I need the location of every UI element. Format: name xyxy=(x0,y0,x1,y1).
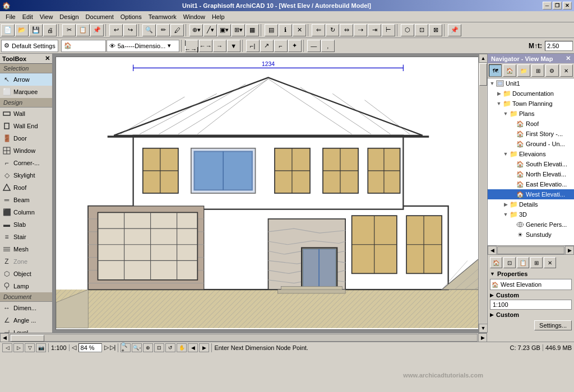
tool-dimension[interactable]: ↔ Dimen... xyxy=(0,302,52,314)
custom2-expand[interactable]: ▶ xyxy=(490,312,494,318)
menu-edit[interactable]: Edit xyxy=(19,12,36,21)
toolbox-close[interactable]: ✕ xyxy=(45,55,50,62)
prop-btn3[interactable]: 📋 xyxy=(517,257,529,268)
nav-map-btn[interactable]: 🗺 xyxy=(489,64,502,77)
dimension-dropdown[interactable]: 👁 5a-----Dimensio... ▾ xyxy=(107,40,179,52)
elev-btn3[interactable]: ⌐ xyxy=(274,40,288,52)
prop-btn5[interactable]: ✕ xyxy=(544,257,556,268)
tree-west-elev[interactable]: 🏠 West Elevati... xyxy=(488,189,574,199)
layers-btn[interactable]: ▤ xyxy=(265,24,278,36)
story-list-btn[interactable]: ▽ xyxy=(25,343,35,352)
pan-btn[interactable]: ✋ xyxy=(177,343,187,352)
ruler-btn1[interactable]: |←→| xyxy=(185,40,198,52)
tree-elevations[interactable]: ▼ 📁 Elevaions xyxy=(488,149,574,159)
nav-scroll-track[interactable] xyxy=(497,246,564,254)
nav-grid-btn[interactable]: ⊞ xyxy=(531,64,544,77)
tool-marquee[interactable]: ⬜ Marquee xyxy=(0,86,52,98)
tree-documentation[interactable]: ▶ 📁 Documentation xyxy=(488,88,574,99)
mag-input[interactable] xyxy=(545,41,573,51)
save-btn[interactable]: 💾 xyxy=(29,24,43,36)
delete-btn[interactable]: ✕ xyxy=(293,24,306,36)
nav-house-btn[interactable]: 🏠 xyxy=(503,64,516,77)
ruler-btn3[interactable]: → xyxy=(213,40,226,52)
menu-view[interactable]: View xyxy=(36,12,57,21)
tool-column[interactable]: ⬛ Column xyxy=(0,206,52,218)
zoom-end-btn[interactable]: ▷| xyxy=(110,344,116,351)
tree-plans[interactable]: ▼ 📁 Plans xyxy=(488,109,574,119)
drawing-area[interactable]: 1234 ▲ ▼ xyxy=(53,54,487,333)
tree-first-story[interactable]: 🏠 First Story -... xyxy=(488,129,574,139)
zoom-next-btn[interactable]: ▷ xyxy=(104,344,109,351)
scroll-thumb-v[interactable] xyxy=(479,63,487,86)
nav-settings-btn[interactable]: ⚙ xyxy=(545,64,558,77)
menu-teamwork[interactable]: Teamwork xyxy=(145,12,180,21)
tool-stair[interactable]: ≡ Stair xyxy=(0,231,52,243)
zoom-input[interactable] xyxy=(78,343,102,352)
menu-help[interactable]: Help xyxy=(209,12,228,21)
misc-btn1[interactable]: — xyxy=(307,40,321,52)
zoom-prev-btn[interactable]: ◁ xyxy=(72,344,76,351)
view3-btn[interactable]: ⊠ xyxy=(429,24,442,36)
view-icon-btn[interactable]: 🏠 xyxy=(61,40,106,52)
tool-object[interactable]: ⬡ Object xyxy=(0,268,52,280)
snap-btn[interactable]: ⊕▾ xyxy=(189,24,203,36)
horizontal-scrollbar[interactable]: ◀ ▶ xyxy=(0,333,487,342)
elev-btn2[interactable]: ↗ xyxy=(260,40,274,52)
nav-folder-btn[interactable]: 📁 xyxy=(517,64,530,77)
tree-unit1[interactable]: ▼ Unit1 xyxy=(488,78,574,88)
prop-btn4[interactable]: ⊞ xyxy=(530,257,543,268)
copy-btn[interactable]: 📋 xyxy=(76,24,90,36)
tool-level[interactable]: ⊣ Level ... xyxy=(0,326,52,333)
rotate-btn[interactable]: ↻ xyxy=(326,24,339,36)
story-prev-btn[interactable]: ◁ xyxy=(2,343,12,352)
menu-document[interactable]: Document xyxy=(82,12,117,21)
prop-btn2[interactable]: ⊡ xyxy=(503,257,516,268)
default-settings-dropdown[interactable]: ⚙ Default Settings xyxy=(1,40,58,52)
zoom-fit-btn[interactable]: ⊡ xyxy=(154,343,164,352)
restore-button[interactable]: ❐ xyxy=(553,2,562,10)
close-button[interactable]: ✕ xyxy=(563,2,572,10)
menu-window[interactable]: Window xyxy=(180,12,209,21)
line-btn[interactable]: ╱▾ xyxy=(203,24,217,36)
tree-generic[interactable]: Generic Pers... xyxy=(488,220,574,230)
tree-north-elev[interactable]: 🏠 North Elevati... xyxy=(488,169,574,179)
vertical-scrollbar[interactable]: ▲ ▼ xyxy=(478,54,487,333)
tree-town-planning[interactable]: ▼ 📁 Town Planning xyxy=(488,99,574,109)
zoom-area-btn[interactable]: ⊕ xyxy=(143,343,153,352)
pen-btn[interactable]: 🖊 xyxy=(170,24,184,36)
nav-scroll-right[interactable]: ▶ xyxy=(565,246,574,255)
cut-btn[interactable]: ✂ xyxy=(62,24,76,36)
tree-south-elev[interactable]: 🏠 South Elevati... xyxy=(488,159,574,169)
paste-btn[interactable]: 📌 xyxy=(90,24,104,36)
scroll-up-btn[interactable]: ▲ xyxy=(479,54,487,63)
scroll-track-v[interactable] xyxy=(479,63,487,323)
tool-window[interactable]: Window xyxy=(0,144,52,157)
tool-slab[interactable]: ▬ Slab xyxy=(0,218,52,231)
view1-btn[interactable]: ⬡ xyxy=(401,24,414,36)
nav-scroll-left[interactable]: ◀ xyxy=(488,246,497,255)
tree-east-elev[interactable]: 🏠 East Elevatio... xyxy=(488,179,574,189)
nav-horizontal-scrollbar[interactable]: ◀ ▶ xyxy=(488,245,574,254)
custom1-expand[interactable]: ▶ xyxy=(490,292,494,298)
scroll-down-btn[interactable]: ▼ xyxy=(479,324,487,333)
tool-wall-end[interactable]: Wall End xyxy=(0,120,52,132)
move-btn[interactable]: ⊞▾ xyxy=(232,24,245,36)
tree-ground[interactable]: 🏠 Ground - Un... xyxy=(488,139,574,149)
camera-btn[interactable]: 📷 xyxy=(36,343,46,352)
arrow-right-btn[interactable]: ▶ xyxy=(199,343,209,352)
misc-btn2[interactable]: , xyxy=(321,40,335,52)
h-scroll-left[interactable]: ◀ xyxy=(0,333,9,342)
tree-3d[interactable]: ▼ 📁 3D xyxy=(488,209,574,220)
prop-expand-main[interactable]: ▼ xyxy=(490,271,495,277)
tool-door[interactable]: 🚪 Door xyxy=(0,132,52,144)
elev-btn4[interactable]: ✦ xyxy=(288,40,302,52)
elev-btn1[interactable]: ⌐| xyxy=(246,40,260,52)
offset-btn[interactable]: ⇢ xyxy=(354,24,367,36)
h-scroll-thumb[interactable] xyxy=(11,335,44,342)
zoom-in-btn[interactable]: 🔍+ xyxy=(121,343,131,352)
tree-roof[interactable]: 🏠 Roof xyxy=(488,119,574,129)
h-scroll-track[interactable] xyxy=(10,334,478,342)
mirror-btn[interactable]: ⇔ xyxy=(340,24,353,36)
pin-btn[interactable]: 📌 xyxy=(448,24,461,36)
info-btn[interactable]: ℹ xyxy=(279,24,292,36)
